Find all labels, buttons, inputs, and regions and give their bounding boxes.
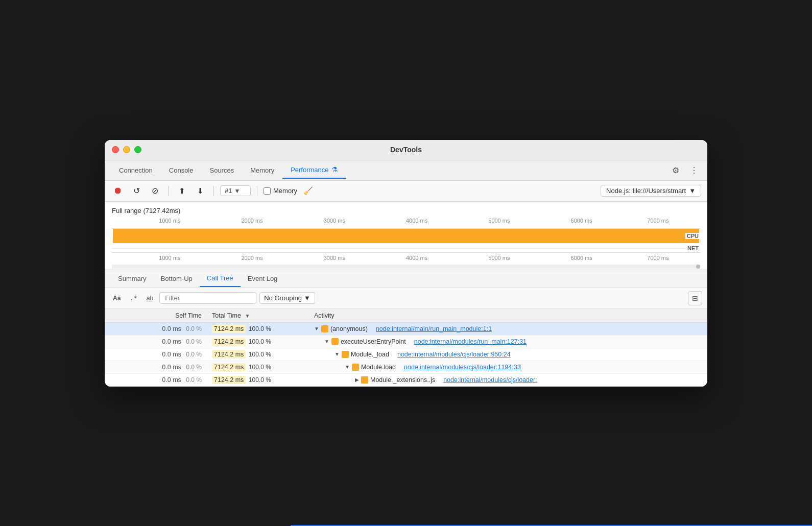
target-selector[interactable]: Node.js: file:///Users/stmart ▼ [601, 185, 701, 197]
tab-sources[interactable]: Sources [201, 162, 242, 178]
net-label: NET [686, 245, 700, 251]
total-time-cell: 7124.2 ms 100.0 % [207, 322, 309, 335]
func-icon-4 [361, 376, 368, 384]
collapse-icon-2[interactable]: ▼ [335, 351, 340, 357]
func-icon-0 [321, 325, 328, 332]
recording-selector[interactable]: #1 ▼ [220, 185, 251, 196]
memory-label: Memory [273, 187, 297, 195]
btick-1000ms: 1000 ms [159, 255, 180, 261]
recording-dropdown-arrow[interactable]: ▼ [234, 187, 240, 195]
grouping-dropdown-arrow[interactable]: ▼ [304, 294, 311, 302]
filter-input[interactable] [159, 292, 256, 304]
clear-button[interactable]: ⊘ [148, 184, 162, 198]
self-time-cell: 0.0 ms 0.0 % [105, 322, 207, 335]
func-link-2[interactable]: node:internal/modules/cjs/loader:950:24 [397, 351, 511, 358]
toolbar: ⏺ ↺ ⊘ ⬆ ⬇ #1 ▼ Memory 🧹 Node.js: file://… [105, 181, 707, 202]
flask-icon: ⚗ [331, 165, 338, 174]
tick-7000ms: 7000 ms [647, 218, 668, 224]
call-tree-table: Self Time Total Time ▼ Activity 0.0 ms 0… [105, 309, 707, 387]
table-row[interactable]: 0.0 ms 0.0 % 7124.2 ms 100.0 % ▼ (anonym… [105, 322, 707, 335]
traffic-lights [112, 146, 141, 153]
tab-connection[interactable]: Connection [111, 162, 161, 178]
grouping-selector[interactable]: No Grouping ▼ [259, 292, 315, 304]
total-time-cell: 7124.2 ms 100.0 % [207, 361, 309, 373]
tab-summary[interactable]: Summary [111, 271, 154, 286]
timeline-scrollbar[interactable] [112, 265, 700, 269]
activity-cell: ▼ (anonymous) node:internal/main/run_mai… [309, 322, 707, 335]
top-ruler: 1000 ms 2000 ms 3000 ms 4000 ms 5000 ms … [112, 218, 700, 229]
sort-icon: ▼ [245, 313, 250, 319]
settings-button[interactable]: ⚙ [668, 163, 683, 177]
func-link-4[interactable]: node:internal/modules/cjs/loader: [443, 376, 537, 384]
cpu-bar[interactable] [113, 229, 699, 243]
maximize-button[interactable] [134, 146, 141, 153]
tab-performance[interactable]: Performance ⚗ [282, 161, 346, 179]
collapse-icon-3[interactable]: ▼ [345, 364, 350, 370]
func-name-1: executeUserEntryPoint [341, 338, 406, 345]
activity-cell: ▼ executeUserEntryPoint node:internal/mo… [309, 335, 707, 348]
net-row: NET [112, 244, 700, 252]
self-time-cell: 0.0 ms 0.0 % [105, 361, 207, 373]
btick-5000ms: 5000 ms [488, 255, 510, 261]
func-name-4: Module._extensions..js [370, 376, 435, 384]
download-button[interactable]: ⬇ [193, 184, 207, 198]
bottom-tabs: Summary Bottom-Up Call Tree Event Log [105, 270, 707, 288]
tick-4000ms: 4000 ms [406, 218, 427, 224]
devtools-window: DevTools Connection Console Sources Memo… [105, 140, 707, 387]
tick-1000ms: 1000 ms [159, 218, 180, 224]
self-time-cell: 0.0 ms 0.0 % [105, 348, 207, 361]
btick-4000ms: 4000 ms [406, 255, 427, 261]
reload-button[interactable]: ↺ [129, 184, 144, 198]
self-time-cell: 0.0 ms 0.0 % [105, 335, 207, 348]
tab-memory[interactable]: Memory [242, 162, 282, 178]
func-icon-2 [342, 351, 349, 358]
scrollbar-thumb[interactable] [696, 265, 700, 269]
tabs-bar: Connection Console Sources Memory Perfor… [105, 160, 707, 181]
activity-cell: ▼ Module.load node:internal/modules/cjs/… [309, 361, 707, 373]
tab-call-tree[interactable]: Call Tree [200, 270, 241, 287]
minimize-button[interactable] [123, 146, 130, 153]
upload-button[interactable]: ⬆ [175, 184, 189, 198]
tab-bottom-up[interactable]: Bottom-Up [154, 271, 200, 286]
memory-checkbox-container: Memory [264, 187, 297, 195]
tick-3000ms: 3000 ms [324, 218, 345, 224]
tab-event-log[interactable]: Event Log [241, 271, 285, 286]
total-time-cell: 7124.2 ms 100.0 % [207, 373, 309, 386]
total-time-cell: 7124.2 ms 100.0 % [207, 348, 309, 361]
tick-6000ms: 6000 ms [571, 218, 592, 224]
sidebar-toggle-button[interactable]: ⊟ [688, 291, 702, 305]
btick-3000ms: 3000 ms [324, 255, 345, 261]
target-dropdown-arrow[interactable]: ▼ [689, 187, 696, 195]
table-row[interactable]: 0.0 ms 0.0 % 7124.2 ms 100.0 % ▼ Module.… [105, 361, 707, 373]
regex-filter-button[interactable]: .* [127, 293, 140, 303]
func-link-1[interactable]: node:internal/modules/run_main:127:31 [414, 338, 527, 345]
total-time-header[interactable]: Total Time ▼ [207, 309, 309, 323]
filter-bar: Aa .* ab No Grouping ▼ ⊟ [105, 288, 707, 309]
recording-number-label: #1 [225, 187, 232, 195]
table-row[interactable]: 0.0 ms 0.0 % 7124.2 ms 100.0 % ▶ Module.… [105, 373, 707, 386]
memory-checkbox[interactable] [264, 187, 271, 195]
record-button[interactable]: ⏺ [111, 184, 125, 198]
func-link-0[interactable]: node:internal/main/run_main_module:1:1 [376, 325, 492, 332]
collapse-icon-1[interactable]: ▼ [324, 339, 329, 344]
table-row[interactable]: 0.0 ms 0.0 % 7124.2 ms 100.0 % ▼ execute… [105, 335, 707, 348]
collapse-icon-0[interactable]: ▼ [314, 326, 319, 331]
collapse-icon-4[interactable]: ▶ [355, 377, 359, 382]
func-name-2: Module._load [351, 351, 389, 358]
func-name-0: (anonymous) [330, 325, 368, 332]
tab-console[interactable]: Console [161, 162, 202, 178]
case-filter-button[interactable]: ab [144, 293, 156, 303]
performance-area: Full range (7127.42ms) 1000 ms 2000 ms 3… [105, 202, 707, 269]
tick-5000ms: 5000 ms [488, 218, 510, 224]
btick-2000ms: 2000 ms [241, 255, 262, 261]
clean-icon[interactable]: 🧹 [301, 184, 316, 198]
close-button[interactable] [112, 146, 119, 153]
activity-cell: ▼ Module._load node:internal/modules/cjs… [309, 348, 707, 361]
table-row[interactable]: 0.0 ms 0.0 % 7124.2 ms 100.0 % ▼ Module.… [105, 348, 707, 361]
aa-filter-button[interactable]: Aa [110, 293, 124, 303]
divider-2 [213, 186, 214, 196]
func-link-3[interactable]: node:internal/modules/cjs/loader:1194:33 [404, 364, 521, 371]
more-options-button[interactable]: ⋮ [687, 163, 701, 177]
btick-6000ms: 6000 ms [571, 255, 592, 261]
btick-7000ms: 7000 ms [647, 255, 668, 261]
